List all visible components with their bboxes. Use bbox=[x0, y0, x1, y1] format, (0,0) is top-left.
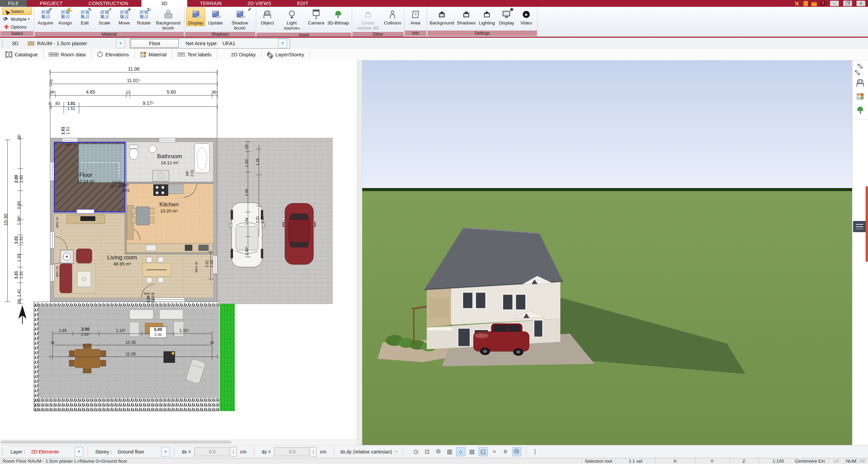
floor-button[interactable]: Floor bbox=[131, 39, 179, 48]
coordinate-mode-dropdown[interactable]: dx,dy (relative cartesian) ▼ bbox=[340, 449, 398, 454]
view-tab-room-data[interactable]: Room data bbox=[43, 49, 91, 60]
render-3d-canvas[interactable] bbox=[362, 60, 852, 445]
menu-tab-3d[interactable]: 3D bbox=[141, 0, 187, 7]
ribbon-button-assign[interactable]: ✍ Assign▾ bbox=[56, 7, 75, 26]
ribbon-button-collision[interactable]: Collision▾ bbox=[383, 7, 402, 26]
ribbon-button-rotate[interactable]: ↻ Rotate▾ bbox=[134, 7, 153, 26]
ribbon-button-area[interactable]: Area▾ bbox=[406, 7, 425, 26]
select-button[interactable]: Select bbox=[2, 7, 32, 15]
separator bbox=[402, 447, 403, 457]
toolbar-icon-wall-display[interactable]: ▤ bbox=[467, 447, 477, 456]
svg-text:1.65: 1.65 bbox=[59, 328, 67, 333]
ribbon-button-background-brush[interactable]: Background brush▾ bbox=[154, 7, 182, 31]
ribbon-button-update[interactable]: Update▾ bbox=[206, 7, 225, 26]
toolbar-icon-render-preview[interactable]: ⊡ bbox=[423, 447, 432, 456]
light-bulb-icon bbox=[278, 8, 305, 20]
view-tab-material[interactable]: Material bbox=[135, 49, 172, 60]
toolbar-icon-slab-display[interactable]: ◱ bbox=[479, 447, 488, 456]
car-red-topview[interactable] bbox=[283, 203, 315, 264]
menu-tab-construction[interactable]: CONSTRUCTION bbox=[76, 0, 141, 7]
menu-tab-file[interactable]: FILE bbox=[0, 0, 27, 7]
object-chair-icon[interactable] bbox=[855, 78, 866, 88]
menu-tab-2d-views[interactable]: 2D VIEWS bbox=[235, 0, 284, 7]
plan-2d-view[interactable]: 11.086⁵11.01⁵36⁵4.65105.6036⁵6⁵831.011.5… bbox=[0, 60, 357, 445]
scrollbar-thumb[interactable] bbox=[1, 441, 231, 444]
view-tab-catalogue[interactable]: Catalogue bbox=[0, 49, 43, 60]
ribbon-button-background[interactable]: Background▾ bbox=[429, 7, 455, 26]
view-tab-text-labels[interactable]: Text labels bbox=[172, 49, 217, 60]
chevron-down-icon[interactable]: ▼ bbox=[278, 39, 287, 48]
ribbon-button-camera[interactable]: Camera▾ bbox=[307, 7, 326, 26]
close-button[interactable]: ✕ bbox=[856, 1, 865, 6]
menu-tab-terrain[interactable]: TERRAIN bbox=[187, 0, 235, 7]
svg-text:2.00: 2.00 bbox=[146, 295, 150, 302]
tools-icon[interactable] bbox=[794, 1, 800, 6]
chevron-down-icon[interactable]: ▼ bbox=[161, 447, 170, 457]
toolbar-icon-clock[interactable]: ◷ bbox=[411, 447, 421, 456]
material-palette-icon[interactable] bbox=[855, 92, 866, 101]
chevron-down-icon[interactable]: ▼ bbox=[116, 39, 125, 48]
ribbon-button-light-source[interactable]: Light source▾ bbox=[277, 7, 306, 32]
dy-stepper[interactable] bbox=[310, 447, 316, 457]
group-label: Select bbox=[0, 31, 34, 36]
ribbon-button-edit[interactable]: ✎ Edit▾ bbox=[75, 7, 94, 26]
toolbar-icon-object-library[interactable]: ▥ bbox=[445, 447, 454, 456]
help-icon[interactable]: ? bbox=[820, 1, 826, 6]
floor-plan-canvas[interactable]: 11.086⁵11.01⁵36⁵4.65105.6036⁵6⁵831.011.5… bbox=[0, 60, 357, 445]
layer-storey-icon[interactable] bbox=[855, 64, 866, 74]
options-button[interactable]: Options bbox=[2, 23, 32, 31]
svg-text:BRH 75: BRH 75 bbox=[65, 143, 76, 146]
ribbon-button-3d-bitmap[interactable]: 3D-Bitmap▾ bbox=[326, 7, 350, 26]
toolbar-icon-terrain-display[interactable]: ≈ bbox=[490, 447, 499, 456]
ribbon-button-shadow-brush[interactable]: ✐ Shadow brush▾ bbox=[226, 7, 254, 31]
ribbon-button-acquire[interactable]: ✐ Acquire▾ bbox=[36, 7, 55, 26]
chevron-down-icon[interactable]: ▼ bbox=[75, 447, 83, 457]
vertical-scrollbar-thumb[interactable] bbox=[866, 186, 868, 262]
ribbon-group-material: ✐ Acquire▾ ✍ Assign▾ ✎ Edit▾ ↗ Scale▾ bbox=[34, 7, 185, 37]
dy-input[interactable]: 0.0 bbox=[274, 447, 310, 456]
svg-text:1.33: 1.33 bbox=[17, 254, 21, 262]
restore-button[interactable] bbox=[843, 1, 852, 6]
material-combobox[interactable]: RAUM - 1.5cm plaster ▼ bbox=[24, 39, 125, 48]
ribbon-button-object[interactable]: Object▾ bbox=[258, 7, 277, 26]
building bbox=[50, 138, 217, 302]
svg-text:BRH 75: BRH 75 bbox=[56, 217, 59, 228]
tree-3d-icon[interactable] bbox=[855, 105, 866, 115]
ribbon-button-lighting[interactable]: Lighting▾ bbox=[477, 7, 496, 26]
dx-input[interactable]: 0.0 bbox=[194, 447, 230, 456]
horizontal-scrollbar[interactable] bbox=[0, 440, 357, 445]
dx-stepper[interactable] bbox=[230, 447, 237, 457]
view-3d[interactable] bbox=[362, 60, 852, 445]
menu-tab-project[interactable]: PROJECT bbox=[27, 0, 76, 7]
manual-icon[interactable] bbox=[803, 1, 808, 6]
ribbon-button-display[interactable]: Display▾ bbox=[186, 7, 205, 26]
view-tab-elevations[interactable]: Elevations bbox=[92, 49, 135, 60]
ribbon-button-scale[interactable]: ↗ Scale▾ bbox=[95, 7, 114, 26]
selection-tag bbox=[77, 209, 94, 214]
toolbar-grip[interactable] bbox=[2, 448, 4, 456]
toolbar-icon-grid-display[interactable]: # bbox=[501, 447, 510, 456]
ribbon-button-display[interactable]: ✱ Display▾ bbox=[497, 7, 516, 26]
panel-drag-handle[interactable] bbox=[853, 221, 866, 232]
svg-text:2.00: 2.00 bbox=[81, 327, 90, 332]
storey-combobox[interactable]: Ground floor ▼ bbox=[115, 447, 170, 457]
minimize-button[interactable]: – bbox=[830, 1, 839, 6]
layer-combobox[interactable]: 2D-Elemente ▼ bbox=[28, 447, 83, 457]
svg-text:1.94: 1.94 bbox=[245, 218, 249, 225]
multiple-button[interactable]: Multiple▾ bbox=[2, 15, 32, 23]
ribbon-button-cross-section-3d[interactable]: Cross section 3D▾ bbox=[354, 7, 382, 31]
toolbar-icon-video-recorder[interactable]: ✇ bbox=[434, 447, 443, 456]
toolbar-icon-north-arrow[interactable]: Ⓝ bbox=[512, 447, 521, 456]
toolbar-icon-roof-display[interactable]: ⌂ bbox=[456, 447, 465, 456]
object-chair-icon bbox=[259, 8, 276, 20]
package-icon[interactable] bbox=[811, 2, 817, 6]
ribbon-button-shadows[interactable]: Shadows▾ bbox=[456, 7, 477, 26]
toolbar-icon-more-options[interactable]: ⋮ bbox=[526, 447, 540, 456]
view-tab-2d-display[interactable]: 2D Display bbox=[217, 49, 262, 60]
ribbon-button-video[interactable]: Video▾ bbox=[517, 7, 536, 26]
ribbon-button-move[interactable]: ✛ Move▾ bbox=[115, 7, 134, 26]
menu-tab-edit[interactable]: EDIT bbox=[284, 0, 322, 7]
pane-splitter[interactable] bbox=[357, 60, 362, 445]
view-tab-layer-storey[interactable]: Layer/Storey bbox=[262, 49, 310, 60]
toolbar-grip[interactable] bbox=[2, 39, 4, 48]
